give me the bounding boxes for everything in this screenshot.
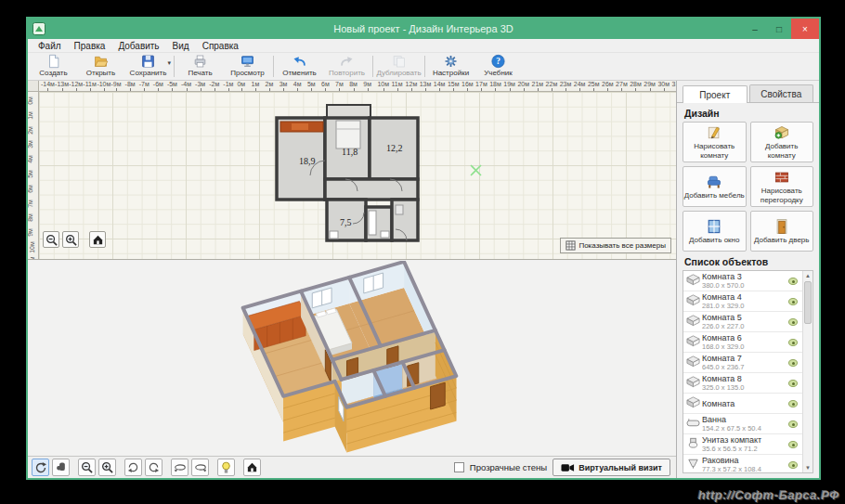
ruler-label: 3м [280, 81, 288, 87]
transparent-walls-checkbox[interactable] [454, 462, 464, 472]
ruler-label: 5м [307, 81, 316, 87]
virtual-visit-button[interactable]: Виртуальный визит [552, 459, 670, 476]
list-item[interactable]: Комната 8325.0 x 135.0 [683, 373, 802, 394]
ruler-label: 2м [28, 126, 33, 135]
save-button[interactable]: Сохранить ▾ [124, 54, 172, 77]
plan-2d-canvas[interactable]: 18,9 11,8 12,2 7,5 Показывать все размер… [39, 92, 676, 259]
render-3d-view[interactable]: Прозрачные стены Виртуальный визит [28, 261, 676, 478]
redo-icon [339, 54, 355, 69]
zoom-in-3d-button[interactable] [98, 459, 116, 476]
undo-button[interactable]: Отменить [276, 54, 323, 77]
ruler-label: 31м [672, 81, 677, 87]
orbit-left-button[interactable] [171, 459, 188, 476]
plan-stove[interactable] [330, 231, 338, 239]
menu-view[interactable]: Вид [166, 40, 196, 52]
list-item[interactable]: Комната 7645.0 x 236.7 [683, 353, 802, 373]
home-3d-button[interactable] [243, 459, 261, 476]
list-item[interactable]: Комната 5226.0 x 227.0 [683, 312, 802, 332]
draw-partition-button[interactable]: Нарисовать перегородку [750, 166, 814, 207]
zoom-out-2d-button[interactable] [43, 231, 59, 248]
rotate-3d-button[interactable] [32, 459, 49, 476]
menu-file[interactable]: Файл [32, 40, 68, 52]
list-item[interactable]: Комната 3380.0 x 570.0 [683, 271, 802, 291]
titlebar[interactable]: Новый проект - Дизайн Интерьера 3D – □ × [28, 19, 819, 39]
zoom-out-3d-button[interactable] [78, 459, 96, 476]
menu-add[interactable]: Добавить [111, 40, 165, 52]
visibility-eye-icon[interactable] [788, 400, 798, 407]
visibility-eye-icon[interactable] [788, 359, 798, 367]
visibility-eye-icon[interactable] [788, 278, 798, 285]
room-area-label: 12,2 [386, 143, 403, 153]
close-button[interactable]: × [791, 19, 819, 39]
menu-edit[interactable]: Правка [68, 40, 112, 52]
save-dropdown-arrow[interactable]: ▾ [167, 59, 171, 67]
menu-help[interactable]: Справка [196, 40, 245, 52]
minimize-button[interactable]: – [743, 19, 767, 39]
settings-button[interactable]: Настройки [427, 54, 474, 77]
zoom-in-2d-button[interactable] [62, 231, 79, 248]
list-item[interactable]: Раковина77.3 x 57.2 x 108.4 [683, 455, 802, 472]
scrollbar-thumb[interactable] [804, 281, 812, 324]
add-furniture-button[interactable]: Добавить мебель [682, 166, 747, 207]
list-item[interactable]: Ванна154.2 x 67.5 x 50.4 [683, 414, 802, 434]
svg-text:?: ? [496, 57, 500, 66]
add-window-button[interactable]: Добавить окно [682, 211, 747, 252]
tab-project[interactable]: Проект [682, 85, 748, 103]
render-3d-canvas[interactable] [28, 261, 676, 456]
duplicate-button[interactable]: Дублировать [375, 54, 422, 77]
visibility-eye-icon[interactable] [788, 441, 798, 448]
draw-room-button[interactable]: Нарисовать комнату [682, 122, 747, 162]
scroll-down-arrow[interactable]: ▼ [803, 463, 812, 472]
ruler-label: -3м [195, 81, 205, 87]
maximize-button[interactable]: □ [767, 19, 791, 39]
list-item[interactable]: Комната [683, 394, 802, 414]
new-button[interactable]: Создать [30, 54, 77, 77]
list-item[interactable]: Унитаз компакт35.6 x 56.5 x 71.2 [683, 434, 802, 455]
add-room-button[interactable]: Добавить комнату [750, 122, 814, 162]
orbit-right-button[interactable] [191, 459, 209, 476]
plan-bed[interactable] [336, 121, 360, 149]
light-button[interactable] [217, 459, 235, 476]
toolbar-3d: Прозрачные стены Виртуальный визит [28, 456, 676, 478]
vertical-ruler: 0м1м2м3м4м5м6м7м8м9м10м11м [28, 92, 39, 259]
visibility-eye-icon[interactable] [788, 298, 798, 305]
redo-button[interactable]: Повторить [323, 54, 370, 77]
visibility-eye-icon[interactable] [788, 339, 798, 346]
rotate-left-button[interactable] [124, 459, 142, 476]
object-icon [686, 395, 702, 412]
ruler-label: 17м [475, 81, 488, 87]
add-door-button[interactable]: Добавить дверь [750, 211, 814, 252]
print-button[interactable]: Печать [176, 54, 224, 77]
new-file-icon [46, 54, 61, 69]
floor-plan-2d[interactable]: 18,9 11,8 12,2 7,5 [271, 103, 431, 253]
ruler-label: 27м [616, 81, 628, 87]
scroll-up-arrow[interactable]: ▲ [803, 271, 812, 280]
list-item[interactable]: Комната 6168.0 x 329.0 [683, 332, 802, 353]
transparent-walls-label: Прозрачные стены [470, 462, 547, 472]
toolbar: Создать Открыть Сохранить ▾ Печать Просм… [28, 53, 819, 81]
list-item[interactable]: Комната 4281.0 x 329.0 [683, 291, 802, 312]
visibility-eye-icon[interactable] [788, 461, 798, 469]
object-size: 77.3 x 57.2 x 108.4 [702, 465, 800, 472]
tutorial-button[interactable]: ? Учебник [474, 54, 522, 77]
preview-button[interactable]: Просмотр [224, 54, 271, 77]
object-name: Комната [702, 399, 800, 408]
room-area-label: 18,9 [299, 156, 316, 166]
plan-sink[interactable] [381, 231, 389, 238]
object-size: 645.0 x 236.7 [702, 363, 800, 371]
plan-bathtub[interactable] [369, 211, 376, 235]
rotate-right-button[interactable] [145, 459, 162, 476]
visibility-eye-icon[interactable] [788, 380, 798, 387]
show-all-sizes-button[interactable]: Показывать все размеры [560, 238, 671, 253]
object-list-scrollbar[interactable]: ▲ ▼ [802, 271, 812, 472]
pan-hand-button[interactable] [52, 459, 70, 476]
ruler-label: 8м [349, 81, 358, 87]
ruler-label: 24м [574, 81, 586, 87]
home-2d-button[interactable] [89, 231, 106, 248]
tab-properties[interactable]: Свойства [749, 84, 814, 102]
visibility-eye-icon[interactable] [788, 420, 798, 428]
plan-toilet[interactable] [396, 205, 403, 214]
visibility-eye-icon[interactable] [788, 318, 798, 326]
plan-2d-view[interactable]: -14м-13м-12м-11м-10м-9м-8м-7м-6м-5м-4м-3… [28, 81, 676, 260]
open-button[interactable]: Открыть [77, 54, 124, 77]
